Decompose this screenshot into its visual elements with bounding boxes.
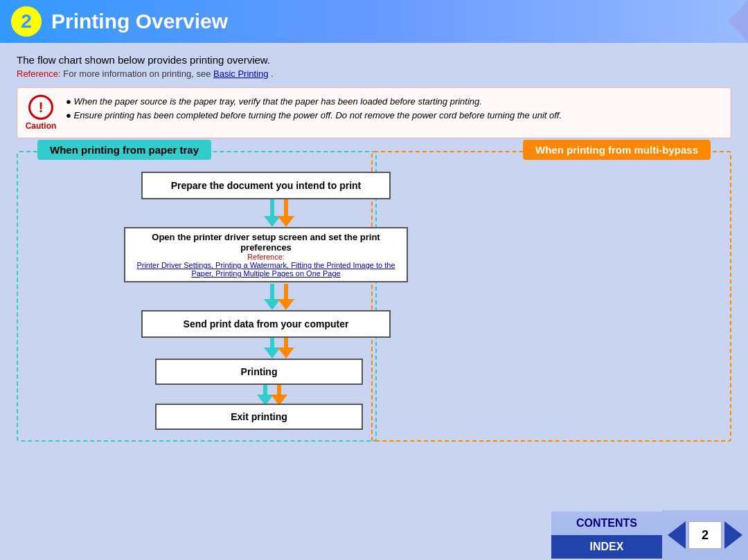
caution-box: ! Caution ● When the paper source is the… (17, 87, 731, 138)
box-exit-text: Exit printing (231, 411, 287, 422)
page-number: 2 (688, 521, 722, 549)
reference-text: For more information on printing, see (63, 69, 213, 79)
caution-circle-icon: ! (28, 95, 53, 120)
reference-label: Reference: (17, 69, 61, 79)
box-driver-ref: Reference: (247, 253, 285, 261)
box-send: Send print data from your computer (141, 310, 391, 338)
box-exit: Exit printing (155, 404, 363, 430)
box-driver-title: Open the printer driver setup screen and… (125, 232, 407, 253)
index-button[interactable]: INDEX (551, 535, 662, 559)
nav-back-button[interactable] (668, 521, 686, 549)
label-tray: When printing from paper tray (37, 140, 211, 160)
label-bypass: When printing from multi-bypass (523, 140, 711, 160)
page-header: 2 Printing Overview (0, 0, 748, 43)
arrow-orange-2 (278, 284, 294, 310)
box-driver: Open the printer driver setup screen and… (124, 227, 408, 282)
contents-button[interactable]: CONTENTS (551, 512, 662, 535)
flowchart-area: When printing from paper tray When print… (17, 151, 731, 455)
caution-text: ● When the paper source is the paper tra… (66, 95, 562, 122)
main-content: The flow chart shown below provides prin… (0, 43, 748, 467)
caution-bullet1: ● When the paper source is the paper tra… (66, 95, 562, 109)
box-send-text: Send print data from your computer (184, 318, 349, 329)
caution-label: Caution (26, 121, 57, 131)
arrow-orange-3 (278, 338, 294, 359)
intro-text: The flow chart shown below provides prin… (17, 54, 731, 66)
basic-printing-link[interactable]: Basic Printing (213, 69, 268, 79)
header-arrow-decoration (729, 0, 748, 43)
reference-line: Reference: For more information on print… (17, 69, 731, 79)
footer-nav: CONTENTS INDEX 2 (551, 510, 748, 560)
zone-bypass-border (371, 151, 731, 442)
caution-bullet2: ● Ensure printing has been completed bef… (66, 109, 562, 123)
reference-end: . (271, 69, 274, 79)
arrow-orange-1 (278, 199, 294, 227)
box-driver-links[interactable]: Printer Driver Settings, Printing a Wate… (125, 261, 407, 278)
caution-icon-area: ! Caution (24, 95, 57, 131)
box-prepare: Prepare the document you intend to print (141, 172, 391, 199)
box-printing: Printing (155, 359, 363, 385)
page-title: Printing Overview (51, 10, 228, 33)
nav-forward-button[interactable] (724, 521, 742, 549)
chapter-number: 2 (11, 6, 42, 37)
box-printing-text: Printing (241, 366, 278, 377)
box-prepare-text: Prepare the document you intend to print (171, 180, 362, 191)
arrow-orange-4 (271, 385, 287, 406)
footer-button-group: CONTENTS INDEX (551, 512, 662, 559)
nav-arrows-area: 2 (662, 510, 748, 560)
